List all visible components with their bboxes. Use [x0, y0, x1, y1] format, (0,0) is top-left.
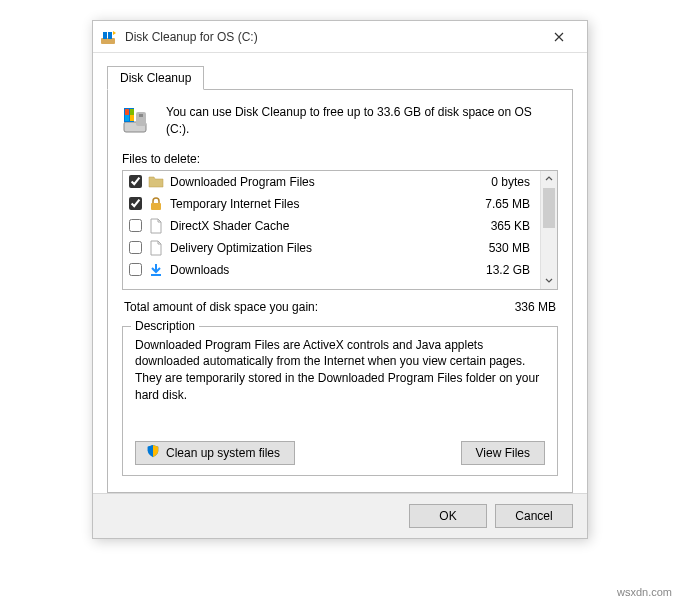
- svg-rect-12: [151, 274, 161, 276]
- header-row: You can use Disk Cleanup to free up to 3…: [122, 104, 558, 138]
- scroll-thumb[interactable]: [543, 188, 555, 228]
- ok-label: OK: [439, 509, 456, 523]
- file-checkbox[interactable]: [129, 175, 142, 188]
- titlebar: Disk Cleanup for OS (C:): [93, 21, 587, 53]
- shield-icon: [146, 444, 160, 461]
- download-icon: [148, 262, 164, 278]
- tab-label: Disk Cleanup: [120, 71, 191, 85]
- fieldset-buttons: Clean up system files View Files: [135, 441, 545, 465]
- svg-rect-2: [108, 32, 112, 39]
- total-label: Total amount of disk space you gain:: [124, 300, 318, 314]
- svg-rect-6: [130, 109, 134, 115]
- view-files-button[interactable]: View Files: [461, 441, 545, 465]
- file-list: Downloaded Program Files 0 bytes Tempora…: [122, 170, 558, 290]
- list-item[interactable]: Downloads 13.2 GB: [123, 259, 540, 281]
- disk-cleanup-dialog: Disk Cleanup for OS (C:) Disk Cleanup: [92, 20, 588, 539]
- clean-system-files-button[interactable]: Clean up system files: [135, 441, 295, 465]
- tab-disk-cleanup[interactable]: Disk Cleanup: [107, 66, 204, 90]
- list-item[interactable]: DirectX Shader Cache 365 KB: [123, 215, 540, 237]
- list-item[interactable]: Temporary Internet Files 7.65 MB: [123, 193, 540, 215]
- description-text: Downloaded Program Files are ActiveX con…: [135, 337, 545, 404]
- svg-rect-8: [130, 115, 134, 121]
- file-size: 365 KB: [474, 219, 534, 233]
- file-size: 530 MB: [474, 241, 534, 255]
- list-item[interactable]: Downloaded Program Files 0 bytes: [123, 171, 540, 193]
- file-checkbox[interactable]: [129, 197, 142, 210]
- file-checkbox[interactable]: [129, 219, 142, 232]
- tab-area: Disk Cleanup: [107, 65, 573, 493]
- list-item[interactable]: Delivery Optimization Files 530 MB: [123, 237, 540, 259]
- file-name: Downloads: [170, 263, 474, 277]
- files-to-delete-label: Files to delete:: [122, 152, 558, 166]
- tab-body: You can use Disk Cleanup to free up to 3…: [107, 89, 573, 493]
- description-fieldset: Description Downloaded Program Files are…: [122, 326, 558, 476]
- description-legend: Description: [131, 319, 199, 333]
- svg-rect-11: [151, 203, 161, 210]
- file-name: Downloaded Program Files: [170, 175, 474, 189]
- watermark: wsxdn.com: [617, 586, 672, 598]
- svg-rect-7: [125, 115, 129, 121]
- view-files-label: View Files: [476, 446, 530, 460]
- file-icon: [148, 240, 164, 256]
- scroll-down-icon[interactable]: [541, 272, 557, 289]
- header-text: You can use Disk Cleanup to free up to 3…: [166, 104, 558, 138]
- cancel-label: Cancel: [515, 509, 552, 523]
- file-list-rows: Downloaded Program Files 0 bytes Tempora…: [123, 171, 540, 289]
- file-name: Delivery Optimization Files: [170, 241, 474, 255]
- window-title: Disk Cleanup for OS (C:): [125, 30, 539, 44]
- disk-cleanup-icon: [122, 104, 154, 136]
- content-area: Disk Cleanup: [93, 53, 587, 493]
- svg-rect-5: [125, 109, 129, 115]
- file-icon: [148, 218, 164, 234]
- total-row: Total amount of disk space you gain: 336…: [124, 300, 556, 314]
- folder-icon: [148, 174, 164, 190]
- file-checkbox[interactable]: [129, 263, 142, 276]
- ok-button[interactable]: OK: [409, 504, 487, 528]
- bottom-bar: OK Cancel: [93, 493, 587, 538]
- scrollbar[interactable]: [540, 171, 557, 289]
- file-checkbox[interactable]: [129, 241, 142, 254]
- file-name: DirectX Shader Cache: [170, 219, 474, 233]
- app-icon: [101, 29, 117, 45]
- clean-system-label: Clean up system files: [166, 446, 280, 460]
- file-size: 0 bytes: [474, 175, 534, 189]
- file-name: Temporary Internet Files: [170, 197, 474, 211]
- scroll-track[interactable]: [541, 188, 557, 272]
- lock-icon: [148, 196, 164, 212]
- svg-rect-10: [139, 114, 143, 117]
- close-icon[interactable]: [539, 25, 579, 49]
- file-size: 7.65 MB: [474, 197, 534, 211]
- scroll-up-icon[interactable]: [541, 171, 557, 188]
- file-size: 13.2 GB: [474, 263, 534, 277]
- svg-rect-1: [103, 32, 107, 39]
- cancel-button[interactable]: Cancel: [495, 504, 573, 528]
- total-value: 336 MB: [515, 300, 556, 314]
